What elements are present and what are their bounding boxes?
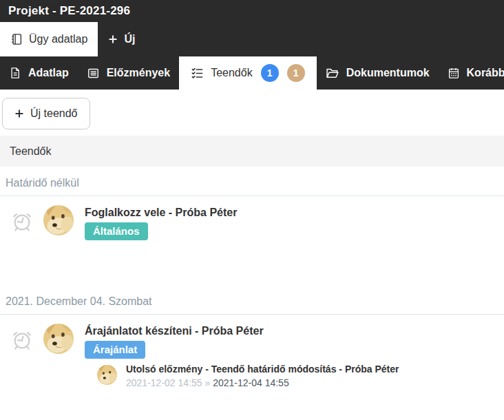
todo-count-badge-secondary: 1 <box>287 64 305 82</box>
todo-panel: Új teendő Teendők Határidő nélkül <box>0 90 504 388</box>
plus-icon <box>14 109 24 118</box>
todo-item[interactable]: Foglalkozz vele - Próba Péter Általános <box>0 205 504 240</box>
tab-label: Dokumentumok <box>346 67 430 79</box>
tab-adatlap[interactable]: Adatlap <box>0 56 78 90</box>
tab-ugy-adatlap[interactable]: Ügy adatlap <box>0 22 98 56</box>
todo-group-dated: 2021. December 04. Szombat <box>0 295 504 388</box>
todo-title[interactable]: Foglalkozz vele - Próba Péter <box>85 206 237 219</box>
new-case-button[interactable]: Új <box>98 22 145 56</box>
new-todo-label: Új teendő <box>30 107 78 120</box>
document-icon <box>9 67 21 79</box>
tab-label: Korábbi ügyek <box>467 67 504 79</box>
tab-label: Ügy adatlap <box>29 33 87 45</box>
todo-body: Árajánlatot készíteni - Próba Péter Áraj… <box>85 324 399 388</box>
section-header: Teendők <box>0 136 504 167</box>
todo-group-no-deadline: Határidő nélkül <box>0 177 504 240</box>
tab-dokumentumok[interactable]: Dokumentumok <box>317 56 439 90</box>
history-dates: 2021-12-02 14:55 » 2021-12-04 14:55 <box>126 377 399 388</box>
page-title: Projekt - PE-2021-296 <box>8 4 130 18</box>
journal-icon <box>10 33 23 45</box>
calendar-icon <box>448 67 460 79</box>
new-todo-button[interactable]: Új teendő <box>2 98 90 129</box>
tab-label: Teendők <box>211 67 253 79</box>
avatar-small <box>97 365 117 385</box>
todo-body: Foglalkozz vele - Próba Péter Általános <box>85 205 237 240</box>
tab-korabbi-ugyek[interactable]: Korábbi ügyek <box>439 56 504 90</box>
history-entry[interactable]: Utolsó előzmény - Teendő határidő módosí… <box>97 364 399 388</box>
date-old: 2021-12-02 14:55 <box>126 377 202 388</box>
tab-label: Előzmények <box>107 67 170 79</box>
tab-label: Új <box>124 33 135 45</box>
alarm-clock-icon <box>11 209 33 240</box>
group-heading: Határidő nélkül <box>0 177 504 196</box>
section-title: Teendők <box>10 145 52 158</box>
plus-icon <box>108 34 118 44</box>
category-badge[interactable]: Általános <box>85 222 148 240</box>
tab-teendok[interactable]: Teendők 1 1 <box>179 56 317 90</box>
tab-label: Adatlap <box>28 67 69 79</box>
avatar <box>43 324 74 354</box>
history-body: Utolsó előzmény - Teendő határidő módosí… <box>126 364 399 388</box>
todo-count-badge: 1 <box>261 64 279 82</box>
app-window: Projekt - PE-2021-296 Ügy adatlap <box>0 0 504 420</box>
tab-elozmenyek[interactable]: Előzmények <box>78 56 179 90</box>
project-title-bar: Projekt - PE-2021-296 <box>0 0 504 22</box>
checklist-icon <box>191 67 204 80</box>
todo-title[interactable]: Árajánlatot készíteni - Próba Péter <box>85 324 399 337</box>
case-tab-bar: Ügy adatlap Új <box>0 22 504 56</box>
category-badge[interactable]: Árajánlat <box>85 341 145 359</box>
date-arrow: » <box>204 377 210 388</box>
folder-open-icon <box>326 66 339 80</box>
main-tab-bar: Adatlap Előzmények Teendő <box>0 56 504 90</box>
list-icon <box>87 67 100 80</box>
alarm-clock-icon <box>11 327 33 388</box>
avatar <box>43 205 74 235</box>
history-title: Utolsó előzmény - Teendő határidő módosí… <box>126 364 399 375</box>
todo-item[interactable]: Árajánlatot készíteni - Próba Péter Áraj… <box>0 324 504 388</box>
group-heading: 2021. December 04. Szombat <box>0 295 504 315</box>
date-new: 2021-12-04 14:55 <box>213 377 289 388</box>
